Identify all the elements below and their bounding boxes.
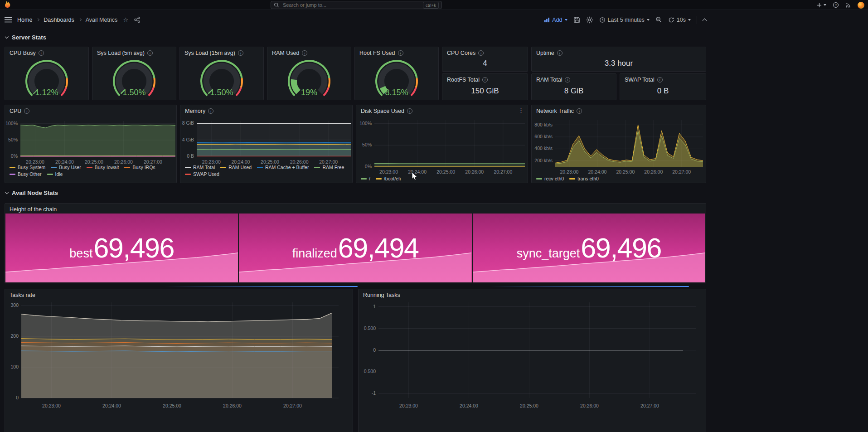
legend-item[interactable]: Busy Other [10, 171, 42, 177]
y-axis-tick: 8 GiB [180, 121, 194, 126]
y-axis-tick: 0% [5, 153, 18, 159]
panel-title[interactable]: CPU [10, 108, 21, 114]
panel-title[interactable]: CPU Busy [10, 50, 36, 56]
panel-title[interactable]: RAM Used [272, 50, 299, 56]
legend-item[interactable]: Busy Iowait [87, 165, 119, 170]
tasks-rate-chart: 300200100020:23:0020:24:0020:25:0020:26:… [5, 289, 353, 432]
stat-label: finalized [292, 247, 337, 261]
info-icon[interactable] [302, 50, 307, 56]
info-icon[interactable] [238, 50, 243, 56]
panel-title[interactable]: RAM Total [536, 77, 562, 83]
legend-item[interactable]: /boot/efi [376, 176, 401, 182]
gauge-value: 1.12% [5, 88, 88, 97]
grafana-logo-icon[interactable] [4, 1, 12, 9]
panel-title[interactable]: Memory [185, 108, 205, 114]
y-axis-tick: 600 kb/s [532, 134, 553, 139]
info-icon[interactable] [482, 77, 488, 83]
refresh-icon[interactable] [668, 17, 674, 23]
legend-item[interactable]: RAM Total [185, 165, 215, 170]
stat-finalized: finalized 69,494 [239, 214, 471, 282]
info-icon[interactable] [39, 50, 44, 56]
refresh-interval-label[interactable]: 10s [677, 17, 686, 23]
news-button[interactable] [845, 2, 851, 8]
section-server-stats[interactable]: Server Stats [5, 34, 46, 41]
save-icon[interactable] [573, 16, 580, 23]
time-range-picker[interactable]: Last 5 minutes [599, 17, 650, 23]
x-axis-tick: 20:25:00 [436, 169, 455, 175]
info-icon[interactable] [407, 108, 412, 114]
caret-down-icon [565, 19, 567, 21]
breadcrumb-dashboards[interactable]: Dashboards [44, 17, 74, 23]
x-axis-tick: 20:25:00 [616, 169, 635, 175]
legend-item[interactable]: Busy User [51, 165, 81, 170]
chevron-right-icon [36, 18, 39, 21]
legend-item[interactable]: Busy System [10, 165, 45, 170]
section-avail-node-stats[interactable]: Avail Node Stats [5, 189, 58, 196]
chevron-up-icon[interactable] [703, 19, 707, 23]
disk-chart: 100%50%0%20:23:0020:24:0020:25:0020:26:0… [356, 105, 528, 183]
caret-down-icon [647, 19, 650, 21]
panel-title[interactable]: Sys Load (15m avg) [184, 50, 235, 56]
rss-icon [845, 2, 851, 8]
shortcut-badge: ctrl+k [423, 2, 439, 9]
legend-swatch [220, 167, 226, 168]
search-input[interactable] [282, 2, 420, 8]
legend-item[interactable]: RAM Cache + Buffer [257, 165, 309, 170]
legend-item[interactable]: SWAP Used [185, 171, 219, 177]
x-axis-tick: 20:23:00 [379, 169, 398, 175]
legend-swatch [124, 167, 130, 168]
info-icon[interactable] [565, 77, 570, 83]
menu-icon[interactable] [5, 17, 12, 23]
add-button[interactable]: Add [544, 17, 567, 23]
breadcrumb-home[interactable]: Home [17, 17, 32, 23]
panel-title[interactable]: Sys Load (5m avg) [97, 50, 145, 56]
panel-title[interactable]: Root FS Used [359, 50, 395, 56]
legend-item[interactable]: RAM Free [314, 165, 344, 170]
legend-item[interactable]: / [361, 176, 370, 182]
panel-title[interactable]: Uptime [536, 50, 554, 56]
star-icon[interactable]: ☆ [123, 17, 128, 23]
info-icon[interactable] [557, 50, 563, 56]
search-box[interactable]: ctrl+k [271, 1, 442, 9]
info-icon[interactable] [208, 108, 213, 114]
legend-item[interactable]: Idle [47, 171, 63, 177]
info-icon[interactable] [147, 50, 153, 56]
legend-item[interactable]: RAM Used [220, 165, 252, 170]
panel-title[interactable]: SWAP Total [625, 77, 655, 83]
info-icon[interactable] [478, 50, 484, 56]
gauge-value: 1.50% [92, 88, 176, 97]
x-axis-tick: 20:27:00 [672, 169, 691, 175]
panel-title[interactable]: RootFS Total [447, 77, 480, 83]
info-icon[interactable] [24, 108, 29, 114]
y-axis-tick: -0.500 [359, 369, 376, 374]
settings-gear-icon[interactable] [586, 16, 593, 24]
new-button[interactable] [816, 2, 826, 8]
help-button[interactable]: ? [833, 2, 839, 8]
time-range-label: Last 5 minutes [608, 17, 645, 23]
panel-title[interactable]: Network Traffic [536, 108, 574, 114]
panel-title[interactable]: Disk Space Used [361, 108, 404, 114]
legend-item[interactable]: trans eth0 [569, 176, 599, 182]
zoom-out-icon[interactable] [655, 16, 662, 23]
panel-height-of-chain: Height of the chain best 69,496 finalize… [5, 203, 706, 283]
panel-title[interactable]: Tasks rate [10, 292, 35, 298]
panel-title[interactable]: Height of the chain [10, 206, 57, 213]
stat-value: 69,496 [581, 234, 661, 262]
user-avatar[interactable] [858, 2, 864, 9]
share-icon[interactable] [134, 16, 141, 23]
top-nav-bar: ctrl+k ? [0, 0, 868, 10]
panel-ram-total: RAM Total 8 GiB [531, 73, 616, 100]
x-axis-tick: 20:23:00 [399, 403, 418, 408]
info-icon[interactable] [577, 108, 582, 114]
info-icon[interactable] [657, 77, 663, 83]
legend-item[interactable]: recv eth0 [536, 176, 564, 182]
panel-ram-used: RAM Used 19% [267, 47, 351, 100]
panel-title[interactable]: Running Tasks [363, 292, 400, 298]
panel-title[interactable]: CPU Cores [447, 50, 475, 56]
gauge-value: 19% [267, 88, 351, 97]
legend-swatch [185, 174, 191, 175]
x-axis-tick: 20:26:00 [290, 159, 309, 165]
info-icon[interactable] [398, 50, 403, 56]
x-axis-tick: 20:27:00 [494, 169, 512, 175]
legend-item[interactable]: Busy IRQs [124, 165, 155, 170]
